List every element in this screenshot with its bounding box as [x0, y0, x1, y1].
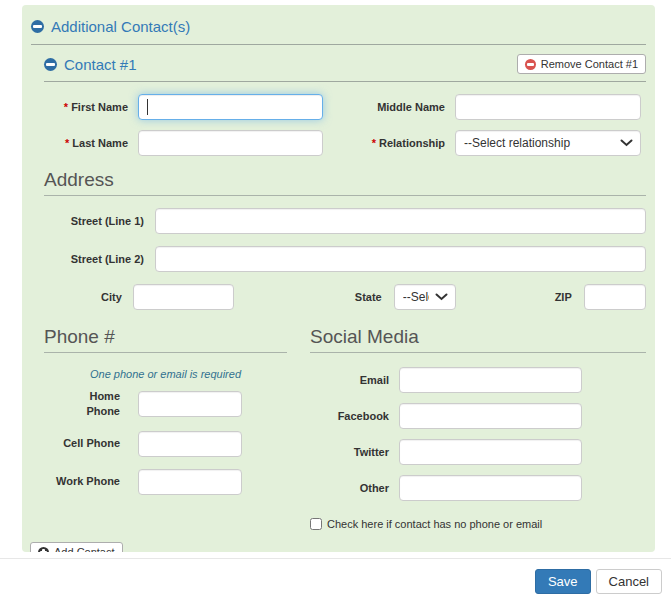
facebook-label: Facebook	[310, 409, 389, 424]
required-marker: *	[372, 137, 376, 149]
middle-name-label: Middle Name	[333, 100, 445, 115]
home-phone-label: Home Phone	[50, 389, 120, 419]
add-contact-button[interactable]: Add Contact	[30, 542, 123, 552]
email-input[interactable]	[399, 367, 582, 393]
facebook-input[interactable]	[399, 403, 582, 429]
cell-phone-input[interactable]	[138, 431, 242, 457]
required-marker: *	[64, 101, 68, 113]
state-select[interactable]: --Select	[394, 284, 456, 310]
work-phone-label: Work Phone	[50, 474, 120, 489]
state-label: State	[304, 290, 382, 305]
twitter-input[interactable]	[399, 439, 582, 465]
home-phone-input[interactable]	[138, 391, 242, 417]
phone-email-required-note: One phone or email is required	[44, 368, 287, 380]
save-button[interactable]: Save	[535, 569, 591, 594]
zip-label: ZIP	[494, 290, 572, 305]
phone-heading: Phone #	[44, 326, 287, 353]
last-name-input[interactable]	[138, 130, 323, 156]
remove-contact-button[interactable]: Remove Contact #1	[517, 54, 646, 74]
first-name-input[interactable]	[138, 94, 323, 120]
add-plus-icon	[38, 547, 49, 553]
remove-minus-icon	[525, 59, 536, 70]
city-input[interactable]	[133, 284, 234, 310]
last-name-label: *Last Name	[44, 136, 128, 151]
footer-actions: Save Cancel	[535, 569, 662, 594]
footer-divider	[0, 558, 671, 559]
city-label: City	[44, 290, 122, 305]
middle-name-input[interactable]	[455, 94, 641, 120]
contact-title: Contact #1	[64, 56, 137, 73]
contact-1-header: Contact #1 Remove Contact #1	[44, 54, 646, 82]
contact-1-section: Contact #1 Remove Contact #1 *First Name…	[44, 54, 646, 530]
street2-input[interactable]	[155, 246, 646, 272]
address-heading: Address	[44, 169, 646, 196]
social-media-heading: Social Media	[310, 326, 646, 353]
relationship-select[interactable]: --Select relationship	[455, 130, 641, 156]
email-label: Email	[310, 373, 389, 388]
work-phone-input[interactable]	[138, 469, 242, 495]
street1-label: Street (Line 1)	[44, 214, 144, 229]
cell-phone-label: Cell Phone	[50, 436, 120, 451]
social-media-column: Social Media Email Facebook Twitter Othe…	[310, 326, 646, 530]
collapse-minus-icon[interactable]	[44, 58, 57, 71]
required-marker: *	[65, 137, 69, 149]
additional-contacts-panel: Additional Contact(s) Contact #1 Remove …	[22, 5, 655, 552]
other-input[interactable]	[399, 475, 582, 501]
street2-label: Street (Line 2)	[44, 252, 144, 267]
no-phone-email-checkbox[interactable]	[310, 518, 322, 530]
collapse-minus-icon[interactable]	[31, 20, 44, 33]
name-fields-grid: *First Name Middle Name *Last Name *Rela…	[44, 94, 646, 156]
other-label: Other	[310, 481, 389, 496]
section-title: Additional Contact(s)	[51, 18, 190, 35]
no-phone-email-checkbox-label: Check here if contact has no phone or em…	[327, 518, 542, 530]
street1-input[interactable]	[155, 208, 646, 234]
phone-column: Phone # One phone or email is required H…	[44, 326, 287, 530]
cancel-button[interactable]: Cancel	[596, 569, 662, 594]
first-name-label: *First Name	[44, 100, 128, 115]
twitter-label: Twitter	[310, 445, 389, 460]
text-cursor	[147, 99, 148, 115]
additional-contacts-header: Additional Contact(s)	[31, 15, 646, 45]
zip-input[interactable]	[584, 284, 646, 310]
relationship-label: *Relationship	[333, 136, 445, 151]
